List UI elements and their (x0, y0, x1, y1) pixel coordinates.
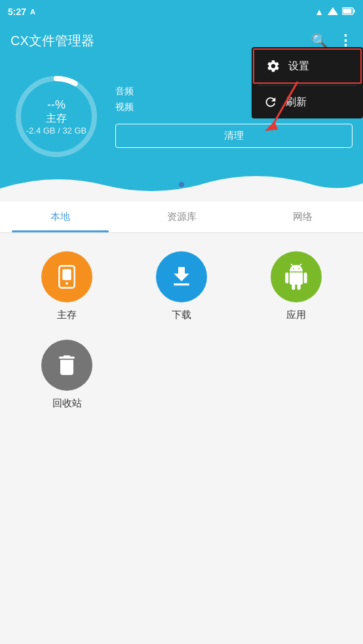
wave-decoration (0, 169, 363, 202)
header-area: CX文件管理器 🔍 ⋮ 设置 刷新 (0, 24, 363, 58)
battery-icon (342, 7, 355, 17)
arrow-pointer (258, 79, 311, 140)
settings-icon (266, 59, 280, 73)
status-bar-left: 5:27 A (8, 7, 35, 17)
tab-network[interactable]: 网络 (242, 202, 363, 232)
svg-line-6 (271, 82, 297, 128)
download-icon (168, 264, 195, 290)
storage-gauge: --% 主存 -2.4 GB / 32 GB (10, 71, 102, 162)
gauge-text: --% 主存 -2.4 GB / 32 GB (26, 98, 87, 135)
wifi-icon: ▲ (315, 7, 324, 17)
android-icon (283, 264, 309, 290)
wave-dot (179, 182, 184, 187)
grid-item-apps[interactable]: 应用 (242, 251, 350, 321)
grid-row-2: 回收站 (0, 340, 363, 428)
downloads-icon-bg (156, 251, 207, 302)
signal-icon (328, 7, 338, 18)
apps-label: 应用 (286, 309, 306, 321)
trash-icon (54, 352, 80, 378)
recycle-label: 回收站 (52, 397, 82, 410)
svg-rect-3 (343, 9, 352, 14)
apps-icon-bg (271, 251, 322, 302)
grid-item-downloads[interactable]: 下载 (128, 251, 236, 321)
main-tabs: 本地 资源库 网络 (0, 202, 363, 233)
mainstorage-icon-bg (41, 251, 92, 302)
svg-point-10 (66, 282, 68, 285)
phone-icon (54, 264, 80, 290)
grid-row-1: 主存 下载 应用 (0, 233, 363, 340)
grid-item-recycle[interactable]: 回收站 (13, 340, 121, 410)
svg-marker-7 (265, 121, 278, 131)
gauge-percent: --% (26, 98, 87, 112)
status-time: 5:27 (8, 7, 26, 17)
clean-button[interactable]: 清理 (115, 124, 353, 148)
grid-item-mainstorage[interactable]: 主存 (13, 251, 121, 321)
app-title: CX文件管理器 (10, 32, 94, 50)
status-sim-icon: A (30, 8, 35, 16)
video-label: 视频 (115, 101, 134, 113)
svg-rect-9 (63, 269, 71, 280)
status-bar-right: ▲ (315, 7, 355, 18)
mainstorage-label: 主存 (57, 309, 77, 321)
gauge-label: 主存 (26, 112, 87, 126)
tab-local[interactable]: 本地 (0, 202, 121, 232)
svg-marker-0 (328, 7, 338, 15)
search-icon[interactable]: 🔍 (311, 33, 328, 48)
audio-label: 音频 (115, 86, 134, 98)
status-bar: 5:27 A ▲ (0, 0, 363, 24)
downloads-label: 下载 (172, 309, 191, 321)
svg-rect-2 (354, 10, 355, 13)
tab-resources[interactable]: 资源库 (121, 202, 242, 232)
gauge-sub: -2.4 GB / 32 GB (26, 126, 87, 135)
recycle-icon-bg (41, 340, 92, 391)
settings-label: 设置 (288, 60, 309, 73)
